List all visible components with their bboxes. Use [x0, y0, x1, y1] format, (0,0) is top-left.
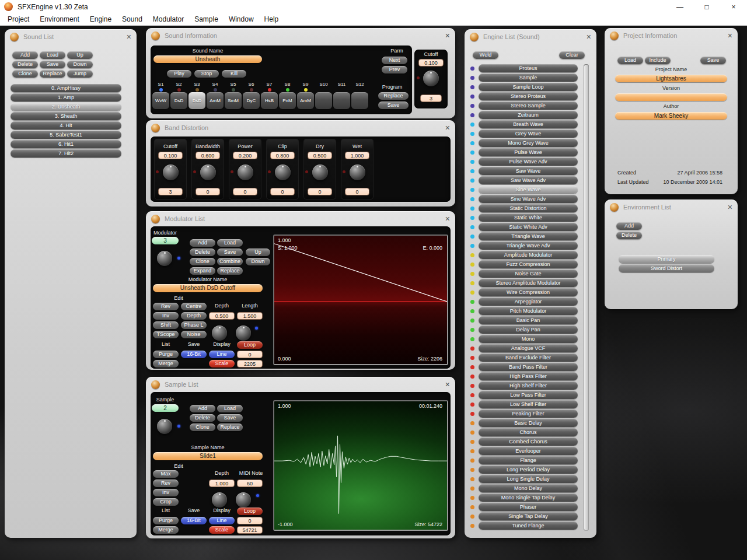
transport-button[interactable]: Play	[167, 70, 191, 78]
modulator-display[interactable]: 1.000 S: 1.000 E: 0.000 0.000 Size: 2206	[273, 235, 448, 365]
parameter-knob[interactable]	[275, 164, 291, 180]
engine-list-item[interactable]: Single Tap Delay	[479, 512, 578, 520]
display-zero-field[interactable]: 0	[237, 351, 263, 358]
sample-name-field[interactable]: Slide1	[153, 452, 263, 460]
clone-button[interactable]: Clone	[190, 424, 215, 431]
engine-list-item[interactable]: Analogue VCF	[479, 344, 578, 352]
cutoff-knob[interactable]	[423, 71, 439, 86]
scrollbar-thumb[interactable]	[584, 65, 588, 530]
waveform-display[interactable]: 1.000 00:01.240 -1.000 Size: 54722	[273, 400, 448, 531]
close-icon[interactable]: ×	[445, 380, 450, 388]
engine-list-item[interactable]: Basic Pan	[479, 316, 578, 324]
engine-list-item[interactable]: Band Pass Filter	[479, 363, 578, 371]
menu-item[interactable]: Modulator	[148, 15, 189, 23]
knob-value-field[interactable]: 0.100	[158, 152, 183, 159]
replace-button[interactable]: Replace	[217, 424, 243, 431]
depth-knob[interactable]	[212, 492, 227, 508]
engine-list-item[interactable]: Stereo Amplitude Modulator	[479, 279, 578, 287]
engine-list-item[interactable]: Amplitude Modulator	[479, 251, 578, 259]
delete-button[interactable]: Delete	[190, 249, 215, 256]
knob-value-field[interactable]: 1.000	[345, 152, 369, 159]
parameter-knob[interactable]	[163, 164, 179, 180]
scale-button[interactable]: Scale	[209, 526, 235, 534]
purge-button[interactable]: Purge	[153, 517, 179, 524]
engine-list-item[interactable]: Mono Delay	[479, 484, 578, 492]
panel-titlebar[interactable]: Project Information ×	[605, 28, 738, 43]
project-name-field[interactable]: Lightsabres	[615, 75, 727, 82]
rev-button[interactable]: Rev	[153, 480, 179, 487]
engine-list-item[interactable]: Fuzz Compression	[479, 260, 578, 268]
parameter-knob[interactable]	[200, 164, 216, 180]
close-icon[interactable]: ×	[728, 203, 732, 211]
program-save-button[interactable]: Save	[378, 102, 409, 109]
close-icon[interactable]: ×	[445, 124, 450, 132]
sound-list-button[interactable]: Clone	[12, 70, 38, 78]
add-button[interactable]: Add	[190, 239, 215, 247]
sound-name-field[interactable]: Unsheath	[153, 55, 262, 63]
midi-note-field[interactable]: 60	[237, 480, 263, 487]
midi-note-knob[interactable]	[236, 492, 251, 508]
engine-list-item[interactable]: High Pass Filter	[479, 372, 578, 380]
sound-list-button[interactable]: Replace	[40, 70, 65, 78]
engine-list-item[interactable]: Triangle Wave Adv	[479, 242, 578, 250]
line-button[interactable]: Line	[209, 517, 235, 524]
engine-list-item[interactable]: Pulse Wave Adv	[479, 158, 578, 166]
environment-list-item[interactable]: Primary	[619, 255, 714, 263]
engine-list-scrollbar[interactable]	[584, 64, 589, 531]
clone-button[interactable]: Clone	[190, 258, 215, 265]
save-button[interactable]: Save	[217, 414, 243, 422]
engine-list-item[interactable]: Noise Gate	[479, 270, 578, 278]
parm-next-button[interactable]: Next	[382, 57, 407, 64]
engine-list-item[interactable]: Phaser	[479, 503, 578, 511]
expand-button[interactable]: Expand	[190, 267, 215, 275]
knob-count-field[interactable]: 0	[270, 188, 295, 195]
cutoff-value-field[interactable]: 0.100	[418, 59, 444, 66]
sound-list-item[interactable]: 0. AmpHissy	[11, 84, 121, 92]
sound-list-item[interactable]: 3. Sheath	[11, 112, 121, 120]
load-button[interactable]: Load	[217, 405, 243, 412]
engine-list-item[interactable]: Chorus	[479, 428, 578, 436]
slot-engine-box[interactable]	[351, 92, 368, 109]
phase-l-button[interactable]: Phase L	[181, 321, 207, 329]
slot-engine-box[interactable]: DsD	[189, 92, 205, 109]
bit-depth-button[interactable]: 16-Bit	[181, 517, 207, 524]
weld-button[interactable]: Weld	[473, 51, 498, 59]
slot-engine-box[interactable]	[333, 92, 350, 109]
line-button[interactable]: Line	[209, 351, 235, 358]
slot-engine-box[interactable]: AmM	[297, 92, 314, 109]
parameter-knob[interactable]	[238, 164, 253, 180]
transport-button[interactable]: Stop	[194, 70, 219, 78]
engine-list-item[interactable]: Saw Wave	[479, 167, 578, 175]
modulator-index-field[interactable]: 3	[152, 237, 179, 244]
knob-value-field[interactable]: 0.500	[308, 152, 332, 159]
depth-button[interactable]: Depth	[181, 312, 207, 320]
knob-value-field[interactable]: 0.800	[270, 152, 295, 159]
engine-list-item[interactable]: Everlooper	[479, 447, 578, 455]
engine-list-item[interactable]: Stereo Proteus	[479, 92, 578, 100]
minimize-icon[interactable]: —	[666, 0, 693, 13]
up-button[interactable]: Up	[246, 249, 270, 256]
engine-list-item[interactable]: Mono Single Tap Delay	[479, 494, 578, 502]
engine-list-item[interactable]: Peaking Filter	[479, 410, 578, 418]
engine-list-item[interactable]: Pulse Wave	[479, 148, 578, 156]
delete-button[interactable]: Delete	[190, 414, 215, 422]
engine-list-item[interactable]: Triangle Wave	[479, 232, 578, 240]
sound-list-item[interactable]: 1. Amp	[11, 93, 121, 102]
rev-button[interactable]: Rev	[153, 303, 179, 310]
menu-item[interactable]: Window	[224, 15, 259, 23]
engine-list-item[interactable]: Mono Grey Wave	[479, 139, 578, 147]
sound-list-button[interactable]: Delete	[12, 61, 38, 68]
engine-list-item[interactable]: Breath Wave	[479, 120, 578, 128]
save-button[interactable]: Save	[700, 57, 726, 64]
knob-count-field[interactable]: 0	[196, 188, 220, 195]
panel-titlebar[interactable]: Sound List ×	[5, 29, 137, 44]
knob-value-field[interactable]: 0.200	[233, 152, 257, 159]
slot-engine-box[interactable]: AmM	[207, 92, 224, 109]
sample-count-field[interactable]: 54721	[237, 526, 263, 534]
knob-count-field[interactable]: 3	[158, 188, 183, 195]
close-icon[interactable]: ×	[587, 33, 591, 41]
knob-value-field[interactable]: 0.600	[196, 152, 220, 159]
save-button[interactable]: Save	[217, 249, 243, 256]
include-button[interactable]: Include	[645, 57, 671, 64]
combine-button[interactable]: Combine	[217, 258, 243, 265]
